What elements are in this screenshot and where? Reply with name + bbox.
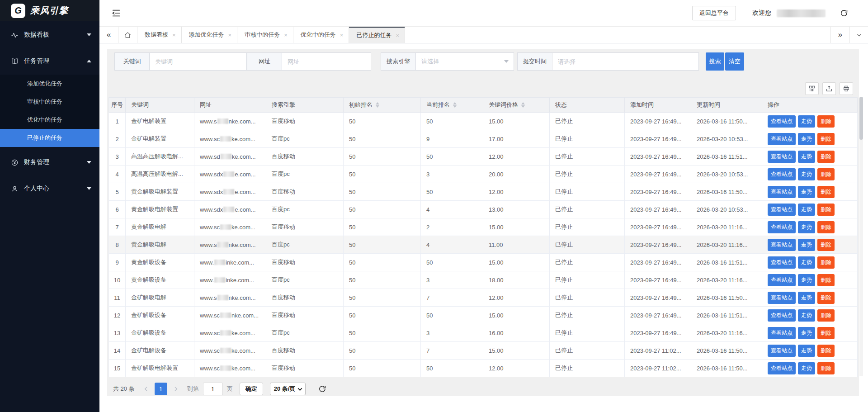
back-to-platform-button[interactable]: 返回总平台 xyxy=(692,6,736,20)
view-site-button[interactable]: 查看站点 xyxy=(768,239,796,251)
cell-no: 11 xyxy=(109,289,126,307)
clear-button[interactable]: 清空 xyxy=(725,52,744,71)
close-icon[interactable]: × xyxy=(396,33,399,38)
view-site-button[interactable]: 查看站点 xyxy=(768,133,796,145)
delete-button[interactable]: 删除 xyxy=(817,186,835,198)
goto-page-input[interactable] xyxy=(203,383,223,395)
view-site-button[interactable]: 查看站点 xyxy=(768,362,796,374)
trend-button[interactable]: 走势 xyxy=(798,168,815,180)
trend-button[interactable]: 走势 xyxy=(798,309,815,322)
delete-button[interactable]: 删除 xyxy=(817,292,835,304)
trend-button[interactable]: 走势 xyxy=(798,327,815,339)
delete-button[interactable]: 删除 xyxy=(817,274,835,286)
sidebar-item-add-task[interactable]: 添加优化任务 xyxy=(0,75,99,93)
sidebar-item-task-management[interactable]: 任务管理 xyxy=(0,50,99,72)
close-icon[interactable]: × xyxy=(284,32,288,38)
export-button[interactable] xyxy=(822,82,836,95)
tab-review-tasks[interactable]: 审核中的任务 × xyxy=(237,27,293,43)
cell-updated-time: 2026-03-20 11:16... xyxy=(691,218,762,236)
close-icon[interactable]: × xyxy=(340,32,344,38)
tab-dashboard[interactable]: 数据看板 × xyxy=(137,27,182,43)
sidebar-item-finance[interactable]: 财务管理 xyxy=(0,152,99,173)
menu-fold-icon[interactable] xyxy=(111,8,121,18)
view-site-button[interactable]: 查看站点 xyxy=(768,274,796,286)
cell-price: 15.00 xyxy=(483,342,550,360)
delete-button[interactable]: 删除 xyxy=(817,168,835,180)
page-number-button[interactable]: 1 xyxy=(155,383,167,395)
sort-icon[interactable] xyxy=(521,102,525,108)
sort-icon[interactable] xyxy=(453,102,457,108)
trend-button[interactable]: 走势 xyxy=(798,239,815,251)
trend-button[interactable]: 走势 xyxy=(798,186,815,198)
scrollbar-thumb[interactable] xyxy=(859,97,863,140)
column-settings-button[interactable] xyxy=(805,82,819,95)
tabs-scroll-left-icon[interactable]: « xyxy=(99,27,118,43)
trend-button[interactable]: 走势 xyxy=(798,345,815,357)
delete-button[interactable]: 删除 xyxy=(817,256,835,269)
refresh-table-icon[interactable] xyxy=(318,385,326,393)
engine-select[interactable]: 请选择 xyxy=(415,52,514,71)
trend-button[interactable]: 走势 xyxy=(798,362,815,374)
sidebar-item-review-tasks[interactable]: 审核中的任务 xyxy=(0,93,99,111)
prev-page-icon[interactable] xyxy=(143,386,149,392)
trend-button[interactable]: 走势 xyxy=(798,274,815,286)
view-site-button[interactable]: 查看站点 xyxy=(768,204,796,216)
trend-button[interactable]: 走势 xyxy=(798,115,815,128)
trend-button[interactable]: 走势 xyxy=(798,133,815,145)
cell-current-rank: 2 xyxy=(421,218,483,236)
close-icon[interactable]: × xyxy=(172,32,176,38)
delete-button[interactable]: 删除 xyxy=(817,345,835,357)
url-input[interactable] xyxy=(282,52,371,71)
cell-added-time: 2023-09-27 16:49... xyxy=(625,148,691,166)
trend-button[interactable]: 走势 xyxy=(798,151,815,163)
delete-button[interactable]: 删除 xyxy=(817,151,835,163)
delete-button[interactable]: 删除 xyxy=(817,204,835,216)
cell-updated-time: 2026-03-20 11:16... xyxy=(691,236,762,254)
view-site-button[interactable]: 查看站点 xyxy=(768,256,796,269)
tab-optimizing-tasks[interactable]: 优化中的任务 × xyxy=(293,27,349,43)
delete-button[interactable]: 删除 xyxy=(817,221,835,233)
cell-initial-rank: 50 xyxy=(344,130,421,148)
tab-stopped-tasks[interactable]: 已停止的任务 × xyxy=(349,27,405,43)
sidebar-item-stopped-tasks[interactable]: 已停止的任务 xyxy=(0,129,99,147)
tabs-scroll-right-icon[interactable]: » xyxy=(830,27,849,43)
sidebar-item-profile[interactable]: 个人中心 xyxy=(0,178,99,199)
view-site-button[interactable]: 查看站点 xyxy=(768,309,796,322)
delete-button[interactable]: 删除 xyxy=(817,362,835,374)
trend-button[interactable]: 走势 xyxy=(798,221,815,233)
trend-button[interactable]: 走势 xyxy=(798,292,815,304)
delete-button[interactable]: 删除 xyxy=(817,133,835,145)
view-site-button[interactable]: 查看站点 xyxy=(768,186,796,198)
delete-button[interactable]: 删除 xyxy=(817,115,835,128)
search-button[interactable]: 搜索 xyxy=(706,52,724,71)
print-button[interactable] xyxy=(840,82,853,95)
sidebar-item-optimizing-tasks[interactable]: 优化中的任务 xyxy=(0,111,99,129)
view-site-button[interactable]: 查看站点 xyxy=(768,115,796,128)
delete-button[interactable]: 删除 xyxy=(817,239,835,251)
tab-add-task[interactable]: 添加优化任务 × xyxy=(182,27,238,43)
next-page-icon[interactable] xyxy=(173,386,179,392)
delete-button[interactable]: 删除 xyxy=(817,327,835,339)
page-size-select[interactable]: 20 条/页 xyxy=(270,383,306,395)
view-site-button[interactable]: 查看站点 xyxy=(768,168,796,180)
view-site-button[interactable]: 查看站点 xyxy=(768,292,796,304)
table-scrollbar[interactable] xyxy=(859,97,863,376)
close-icon[interactable]: × xyxy=(228,32,232,38)
cell-initial-rank: 50 xyxy=(344,201,421,218)
view-site-button[interactable]: 查看站点 xyxy=(768,345,796,357)
trend-button[interactable]: 走势 xyxy=(798,204,815,216)
delete-button[interactable]: 删除 xyxy=(817,309,835,322)
engine-select-placeholder: 请选择 xyxy=(421,57,439,66)
home-icon[interactable] xyxy=(118,27,137,43)
keyword-input[interactable] xyxy=(149,52,247,71)
sidebar-item-dashboard[interactable]: 数据看板 xyxy=(0,24,99,46)
view-site-button[interactable]: 查看站点 xyxy=(768,327,796,339)
tabs-menu-chevron-down-icon[interactable] xyxy=(849,27,868,43)
trend-button[interactable]: 走势 xyxy=(798,256,815,269)
confirm-page-button[interactable]: 确定 xyxy=(240,383,263,395)
sort-icon[interactable] xyxy=(376,102,379,108)
refresh-icon[interactable] xyxy=(840,9,848,17)
view-site-button[interactable]: 查看站点 xyxy=(768,151,796,163)
submit-time-input[interactable] xyxy=(552,52,699,71)
view-site-button[interactable]: 查看站点 xyxy=(768,221,796,233)
